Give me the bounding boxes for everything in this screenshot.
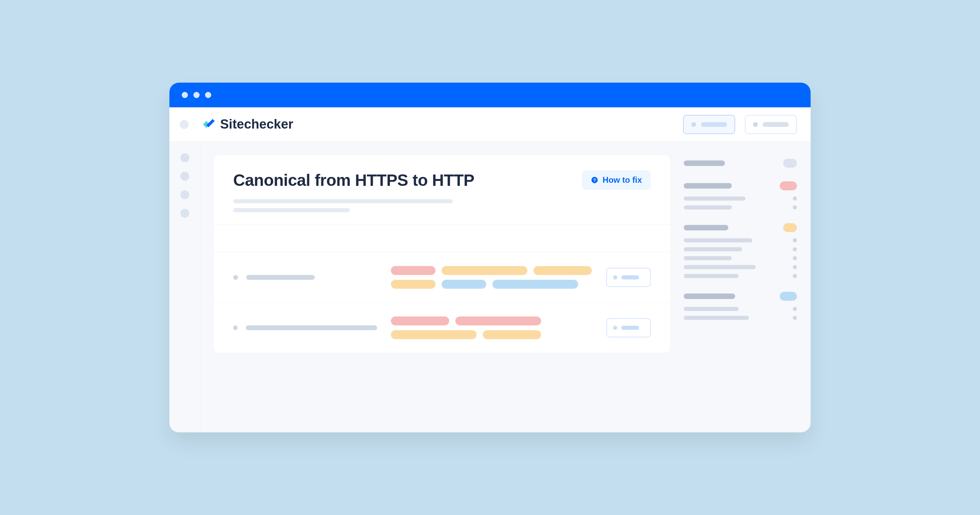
- tag-pill: [483, 330, 541, 339]
- sidebar-item-count-dot: [793, 274, 797, 278]
- sidebar-item-count-dot: [793, 205, 797, 210]
- placeholder-line: [233, 208, 350, 212]
- sidebar-item-count-dot: [793, 238, 797, 242]
- app-body: Canonical from HTTPS to HTTP ? How to fi…: [169, 141, 811, 432]
- sidebar-item[interactable]: [684, 247, 797, 251]
- logo-mark-icon: [202, 118, 215, 131]
- filter-bar: [214, 225, 670, 252]
- sidebar-header-label: [684, 161, 725, 166]
- row-tags: [391, 266, 592, 289]
- window-dot-max-icon[interactable]: [205, 92, 211, 98]
- sidebar-item-label: [684, 265, 756, 269]
- brand-name: Sitechecker: [220, 117, 293, 132]
- window-dot-min-icon[interactable]: [193, 92, 200, 98]
- sidebar-group: [684, 292, 797, 320]
- count-pill: [783, 223, 797, 232]
- sidebar-item[interactable]: [684, 197, 797, 200]
- sidebar-item-label: [684, 238, 752, 242]
- nav-rail: [169, 141, 200, 432]
- sidebar-item-label: [684, 256, 732, 260]
- row-action-button[interactable]: [606, 268, 651, 287]
- sidebar-item-label: [684, 274, 738, 278]
- placeholder-dot-icon: [613, 326, 617, 330]
- sidebar-group-header[interactable]: [684, 292, 797, 301]
- sidebar-group: [684, 223, 797, 278]
- sidebar-header-label: [684, 294, 735, 299]
- placeholder-line: [233, 199, 453, 203]
- count-pill: [780, 181, 797, 190]
- how-to-fix-label: How to fix: [603, 175, 642, 185]
- tag-pill: [391, 266, 436, 275]
- sidebar-item-label: [684, 205, 732, 210]
- svg-text:?: ?: [593, 178, 596, 183]
- sidebar-item[interactable]: [684, 316, 797, 320]
- sidebar-header-label: [684, 183, 732, 189]
- result-row[interactable]: [214, 252, 670, 303]
- sidebar-item-label: [684, 247, 742, 251]
- sidebar-item[interactable]: [684, 307, 797, 311]
- tag-pill: [533, 266, 592, 275]
- result-row[interactable]: [214, 303, 670, 353]
- description-placeholder: [233, 199, 651, 212]
- sidebar-item[interactable]: [684, 274, 797, 278]
- sidebar-item-count-dot: [793, 256, 797, 260]
- tag-pill: [391, 330, 477, 339]
- rail-item-icon[interactable]: [180, 153, 189, 162]
- tag-pill: [492, 280, 578, 289]
- sidebar-header-label: [684, 225, 728, 230]
- main-area: Canonical from HTTPS to HTTP ? How to fi…: [200, 141, 811, 432]
- sidebar-group-header[interactable]: [684, 223, 797, 232]
- issue-panel: Canonical from HTTPS to HTTP ? How to fi…: [214, 155, 670, 353]
- rail-item-icon[interactable]: [180, 190, 189, 199]
- sidebar-group-header[interactable]: [684, 181, 797, 190]
- sidebar-group: [684, 181, 797, 210]
- sidebar-item-count-dot: [793, 307, 797, 311]
- tag-pill: [442, 266, 527, 275]
- placeholder-bar: [621, 275, 639, 280]
- panel-header: Canonical from HTTPS to HTTP ? How to fi…: [214, 155, 670, 225]
- window-dot-close-icon[interactable]: [182, 92, 188, 98]
- sidebar-item-count-dot: [793, 265, 797, 269]
- tag-pill: [391, 280, 436, 289]
- placeholder-bar: [763, 122, 789, 127]
- rail-item-icon[interactable]: [180, 172, 189, 181]
- row-action-button[interactable]: [606, 318, 651, 337]
- row-bullet-icon: [233, 325, 238, 330]
- placeholder-dot-icon: [691, 122, 696, 127]
- placeholder-bar: [621, 326, 639, 330]
- sidebar-item[interactable]: [684, 265, 797, 269]
- row-label-placeholder: [246, 275, 315, 280]
- sidebar-item-label: [684, 197, 745, 200]
- sidebar-item-count-dot: [793, 197, 797, 200]
- count-pill: [783, 159, 797, 168]
- sidebar-item-label: [684, 316, 749, 320]
- content-column: Canonical from HTTPS to HTTP ? How to fi…: [214, 155, 670, 432]
- tag-pill: [442, 280, 486, 289]
- sidebar-item[interactable]: [684, 205, 797, 210]
- sidebar-item-label: [684, 307, 738, 311]
- help-circle-icon: ?: [591, 176, 598, 184]
- tag-pill: [391, 316, 449, 325]
- row-label-placeholder: [246, 325, 377, 330]
- brand-logo[interactable]: Sitechecker: [202, 117, 293, 132]
- menu-toggle-icon[interactable]: [180, 120, 189, 129]
- app-header: Sitechecker: [169, 107, 811, 141]
- row-bullet-icon: [233, 275, 238, 280]
- app-window: Sitechecker Canonical from HTTPS to H: [169, 83, 811, 432]
- window-titlebar: [169, 83, 811, 107]
- row-tags: [391, 316, 592, 339]
- summary-sidebar: [684, 155, 797, 432]
- placeholder-dot-icon: [613, 275, 617, 280]
- sidebar-item-count-dot: [793, 316, 797, 320]
- placeholder-dot-icon: [753, 122, 758, 127]
- page-title: Canonical from HTTPS to HTTP: [233, 171, 574, 190]
- header-secondary-button[interactable]: [745, 115, 797, 134]
- how-to-fix-button[interactable]: ? How to fix: [582, 170, 651, 190]
- header-primary-button[interactable]: [683, 115, 735, 134]
- sidebar-item-count-dot: [793, 247, 797, 251]
- tag-pill: [455, 316, 541, 325]
- sidebar-group-header[interactable]: [684, 159, 797, 168]
- sidebar-item[interactable]: [684, 256, 797, 260]
- sidebar-item[interactable]: [684, 238, 797, 242]
- rail-item-icon[interactable]: [180, 209, 189, 218]
